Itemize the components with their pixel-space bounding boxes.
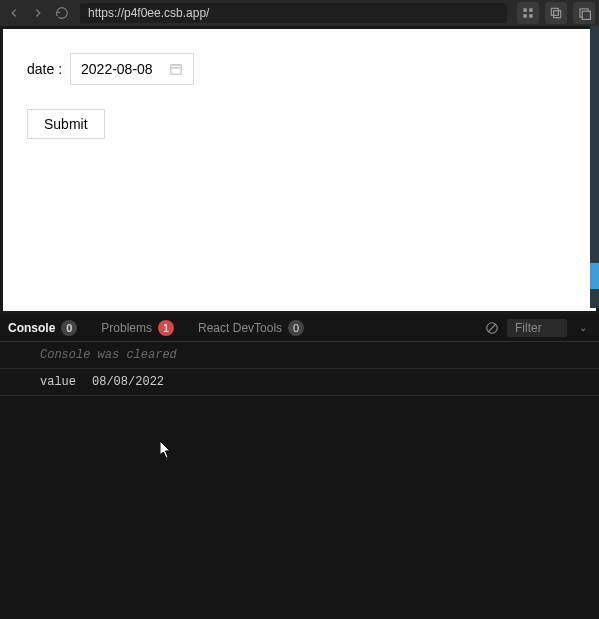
console-log-value: 08/08/2022 (92, 375, 164, 389)
console-badge: 0 (61, 320, 77, 336)
react-badge: 0 (288, 320, 304, 336)
submit-button[interactable]: Submit (27, 109, 105, 139)
svg-rect-2 (523, 14, 527, 18)
tab-console-label: Console (8, 321, 55, 335)
tab-react-devtools[interactable]: React DevTools 0 (198, 320, 304, 336)
tab-problems[interactable]: Problems 1 (101, 320, 174, 336)
date-form-row: date : 2022-08-08 (27, 53, 572, 85)
console-cleared-message: Console was cleared (0, 342, 599, 369)
tab-console[interactable]: Console 0 (8, 320, 77, 336)
tab-react-label: React DevTools (198, 321, 282, 335)
svg-rect-3 (529, 14, 533, 18)
date-input[interactable]: 2022-08-08 (70, 53, 194, 85)
reload-button[interactable] (52, 3, 72, 23)
date-label: date : (27, 61, 62, 77)
svg-rect-5 (551, 8, 558, 15)
problems-badge: 1 (158, 320, 174, 336)
filter-input[interactable]: Filter (507, 319, 567, 337)
calendar-icon (169, 62, 183, 76)
popout-icon[interactable] (573, 2, 595, 24)
svg-rect-1 (529, 8, 533, 12)
url-bar[interactable]: https://p4f0ee.csb.app/ (80, 3, 507, 23)
url-text: https://p4f0ee.csb.app/ (88, 6, 209, 20)
back-button[interactable] (4, 3, 24, 23)
svg-line-13 (489, 324, 496, 331)
svg-rect-0 (523, 8, 527, 12)
console-log-key: value (40, 375, 76, 389)
devtools-panel: Console 0 Problems 1 React DevTools 0 Fi… (0, 314, 599, 619)
tab-problems-label: Problems (101, 321, 152, 335)
console-log-row: value08/08/2022 (0, 369, 599, 396)
date-value: 2022-08-08 (81, 61, 153, 77)
svg-rect-8 (170, 65, 181, 74)
svg-rect-7 (582, 11, 590, 19)
svg-rect-4 (554, 11, 561, 18)
codesandbox-icon[interactable] (517, 2, 539, 24)
console-output: Console was cleared value08/08/2022 (0, 342, 599, 619)
chevron-down-icon[interactable]: ⌄ (575, 322, 591, 333)
preview-side-highlight (590, 263, 599, 289)
clear-console-icon[interactable] (485, 321, 499, 335)
forward-button[interactable] (28, 3, 48, 23)
copy-icon[interactable] (545, 2, 567, 24)
devtools-tabs: Console 0 Problems 1 React DevTools 0 Fi… (0, 314, 599, 342)
app-viewport: date : 2022-08-08 Submit (3, 29, 596, 311)
